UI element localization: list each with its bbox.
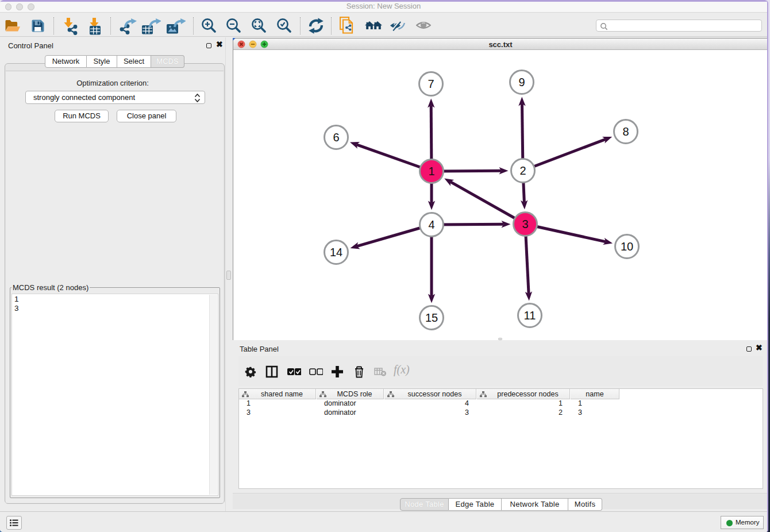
svg-text:6: 6 <box>333 131 339 144</box>
svg-text:1: 1 <box>428 165 434 178</box>
svg-text:7: 7 <box>428 78 434 90</box>
svg-text:2: 2 <box>519 164 526 177</box>
svg-text:10: 10 <box>621 240 633 253</box>
svg-text:14: 14 <box>330 246 342 259</box>
svg-text:3: 3 <box>522 218 528 230</box>
svg-text:11: 11 <box>524 309 536 322</box>
svg-text:15: 15 <box>425 311 438 324</box>
svg-text:8: 8 <box>622 125 629 138</box>
svg-text:4: 4 <box>428 218 434 231</box>
svg-text:9: 9 <box>518 76 525 88</box>
